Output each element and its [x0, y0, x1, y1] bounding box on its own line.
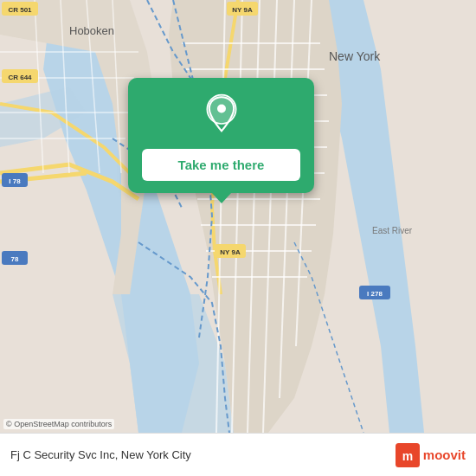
- moovit-label: moovit: [423, 447, 466, 462]
- location-pin-icon: [200, 93, 243, 137]
- svg-text:Hoboken: Hoboken: [69, 24, 114, 37]
- osm-attribution: © OpenStreetMap contributors: [3, 419, 114, 429]
- svg-text:NY 9A: NY 9A: [232, 6, 253, 14]
- bottom-bar: Fj C Security Svc Inc, New York City m m…: [0, 433, 476, 476]
- svg-text:CR 644: CR 644: [8, 74, 32, 81]
- svg-text:m: m: [402, 448, 413, 462]
- svg-text:NY 9A: NY 9A: [220, 248, 241, 256]
- svg-text:I 78: I 78: [9, 177, 21, 185]
- svg-point-19: [217, 105, 226, 113]
- svg-text:New York: New York: [329, 49, 381, 63]
- map-container: CR 501 CR 644 I 78 78 NY 9A NY 9A I 278 …: [0, 0, 476, 433]
- location-label: Fj C Security Svc Inc, New York City: [10, 448, 191, 461]
- svg-text:I 278: I 278: [367, 290, 383, 298]
- svg-text:CR 501: CR 501: [8, 6, 32, 14]
- svg-text:78: 78: [11, 255, 19, 263]
- svg-text:East River: East River: [372, 226, 413, 235]
- take-me-there-button[interactable]: Take me there: [142, 149, 300, 181]
- moovit-icon: m: [396, 443, 420, 467]
- popup-card: Take me there: [128, 78, 314, 193]
- moovit-logo: m moovit: [396, 443, 466, 467]
